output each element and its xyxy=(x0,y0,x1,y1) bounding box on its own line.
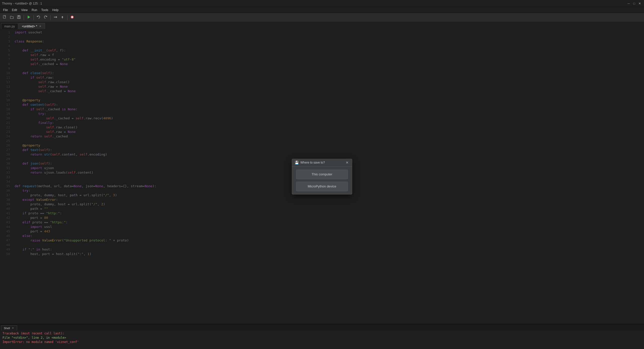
this-computer-label: This computer xyxy=(312,172,332,176)
maximize-button[interactable]: □ xyxy=(632,1,636,6)
menu-view[interactable]: View xyxy=(19,8,30,12)
modal-title-row: 💾 Where to save to? xyxy=(295,161,325,165)
shell-tab-close[interactable]: ✕ xyxy=(11,326,14,330)
run-icon xyxy=(27,15,31,20)
modal-body: This computer MicroPython device xyxy=(292,167,352,194)
svg-rect-8 xyxy=(62,17,63,18)
tab-main-py[interactable]: main.py xyxy=(1,23,18,29)
menu-edit[interactable]: Edit xyxy=(10,8,19,12)
micropython-device-button[interactable]: MicroPython device xyxy=(296,182,348,191)
shell-tab[interactable]: Shell ✕ xyxy=(1,325,17,330)
modal-close-button[interactable]: ✕ xyxy=(345,160,349,165)
shell-line-1: Traceback (most recent call last): xyxy=(3,331,641,336)
menu-bar: File Edit View Run Tools Help xyxy=(0,7,644,13)
undo-button[interactable] xyxy=(35,14,42,21)
close-button[interactable]: ✕ xyxy=(637,1,642,6)
toolbar xyxy=(0,13,644,22)
svg-rect-2 xyxy=(18,16,20,17)
new-file-icon xyxy=(3,15,7,20)
svg-marker-4 xyxy=(28,16,30,19)
menu-help[interactable]: Help xyxy=(50,8,61,12)
save-button[interactable] xyxy=(16,14,22,21)
window-controls: ─ □ ✕ xyxy=(626,1,642,6)
tabs-bar: main.py <untitled> * ✕ xyxy=(0,22,644,29)
menu-tools[interactable]: Tools xyxy=(39,8,50,12)
modal-overlay: 💾 Where to save to? ✕ This computer Micr… xyxy=(0,29,644,324)
tab-untitled[interactable]: <untitled> * ✕ xyxy=(19,23,45,29)
stop-icon xyxy=(70,15,74,20)
shell-panel: Shell ✕ Traceback (most recent call last… xyxy=(0,324,644,349)
tab-untitled-close[interactable]: ✕ xyxy=(39,25,42,28)
micropython-device-label: MicroPython device xyxy=(308,184,336,188)
step-over-icon xyxy=(53,15,57,20)
editor-area: 12345 678910 1112131415 1617181920 21222… xyxy=(0,29,644,324)
step-into-icon xyxy=(60,15,64,20)
svg-marker-6 xyxy=(56,16,57,18)
shell-content[interactable]: Traceback (most recent call last): File … xyxy=(0,330,644,349)
toolbar-separator-4 xyxy=(67,15,67,20)
modal-title: Where to save to? xyxy=(300,161,325,164)
svg-rect-5 xyxy=(54,17,56,17)
this-computer-button[interactable]: This computer xyxy=(296,170,348,179)
redo-button[interactable] xyxy=(42,14,49,21)
tab-untitled-label: <untitled> * xyxy=(22,25,37,28)
tab-main-py-label: main.py xyxy=(4,25,15,28)
toolbar-separator-3 xyxy=(50,15,51,20)
svg-rect-3 xyxy=(18,17,20,19)
stop-button[interactable] xyxy=(69,14,75,21)
save-icon xyxy=(17,15,21,20)
shell-tab-label: Shell xyxy=(4,327,10,330)
minimize-button[interactable]: ─ xyxy=(626,1,631,6)
step-over-button[interactable] xyxy=(52,14,59,21)
svg-rect-0 xyxy=(3,15,6,18)
title-bar: Thonny - <untitled> @ 125 : 1 ─ □ ✕ xyxy=(0,0,644,7)
save-dialog: 💾 Where to save to? ✕ This computer Micr… xyxy=(292,159,352,194)
shell-line-3: ImportError: no module named 'viznet_con… xyxy=(3,340,641,344)
window-title: Thonny - <untitled> @ 125 : 1 xyxy=(2,2,42,5)
new-file-button[interactable] xyxy=(2,14,8,21)
svg-marker-7 xyxy=(61,16,63,17)
run-button[interactable] xyxy=(25,14,32,21)
redo-icon xyxy=(44,15,48,20)
open-icon xyxy=(10,15,14,20)
shell-tab-bar: Shell ✕ xyxy=(0,324,644,330)
menu-run[interactable]: Run xyxy=(30,8,39,12)
shell-line-2: File "<stdin>", line 2, in <module> xyxy=(3,336,641,340)
menu-file[interactable]: File xyxy=(1,8,10,12)
svg-rect-10 xyxy=(71,16,73,18)
step-into-button[interactable] xyxy=(59,14,66,21)
toolbar-separator-2 xyxy=(33,15,34,20)
open-button[interactable] xyxy=(9,14,15,21)
shell-line-2-path: File "<stdin>", line 2, in <module> xyxy=(3,336,66,339)
toolbar-separator-1 xyxy=(24,15,24,20)
undo-icon xyxy=(36,15,41,20)
modal-header: 💾 Where to save to? ✕ xyxy=(292,159,352,167)
modal-floppy-icon: 💾 xyxy=(295,161,299,165)
